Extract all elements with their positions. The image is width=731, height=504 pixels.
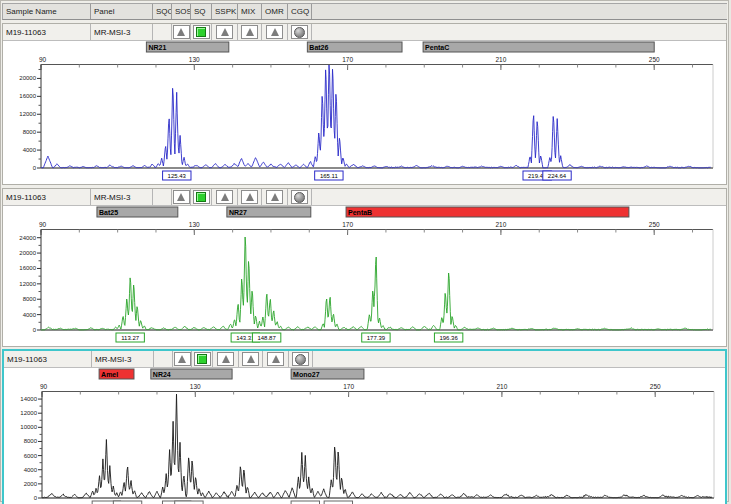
sample-name: M19-11063 xyxy=(3,189,91,205)
electropherogram-chart[interactable]: AmelNR24Mono2790130170210250020004000600… xyxy=(4,368,731,504)
column-header-panel[interactable]: Panel xyxy=(91,4,153,19)
triangle-icon xyxy=(272,355,280,363)
omr-flag-cell[interactable] xyxy=(262,189,288,205)
mix-flag-cell[interactable] xyxy=(239,351,263,367)
y-tick-label: 16000 xyxy=(19,265,36,271)
sample-electropherogram-block-1[interactable]: M19-11063 MR-MSI-3 NR21Bat26PentaC901301… xyxy=(2,23,727,185)
omr-flag-cell[interactable] xyxy=(263,351,289,367)
cgq-flag-cell[interactable] xyxy=(288,189,312,205)
sqo-flag-cell[interactable] xyxy=(153,24,172,40)
marker-bar-pentac[interactable]: PentaC xyxy=(423,42,654,52)
x-tick-label: 250 xyxy=(649,56,660,63)
cgq-flag-box[interactable] xyxy=(292,352,309,366)
sos-flag-cell[interactable] xyxy=(173,351,192,367)
sos-flag-box[interactable] xyxy=(173,25,190,39)
column-header-sq[interactable]: SQ xyxy=(191,4,212,19)
svg-text:165.11: 165.11 xyxy=(320,173,339,179)
column-header-cgq[interactable]: CGQ xyxy=(288,4,312,19)
marker-bar-pentab[interactable]: PentaB xyxy=(346,207,629,217)
column-header-sos[interactable]: SOS xyxy=(172,4,191,19)
column-header-sample-name[interactable]: Sample Name xyxy=(3,4,91,19)
peak-size-label[interactable]: 125.43 xyxy=(163,171,191,180)
svg-text:148.87: 148.87 xyxy=(257,335,276,341)
cgq-flag-cell[interactable] xyxy=(288,24,312,40)
sq-flag-box[interactable] xyxy=(194,352,211,366)
svg-text:224.64: 224.64 xyxy=(548,173,567,179)
peak-size-label[interactable]: 177.39 xyxy=(362,333,390,342)
sample-row[interactable]: M19-11063 MR-MSI-3 xyxy=(4,351,725,368)
marker-bar-nr24[interactable]: NR24 xyxy=(151,369,232,379)
mix-flag-box[interactable] xyxy=(241,25,258,39)
sq-flag-box[interactable] xyxy=(193,190,210,204)
y-tick-label: 4000 xyxy=(24,467,38,473)
marker-bar-bat25[interactable]: Bat25 xyxy=(97,207,178,217)
sspk-flag-box[interactable] xyxy=(216,190,233,204)
peak-size-label[interactable]: 224.64 xyxy=(543,171,571,180)
sspk-flag-box[interactable] xyxy=(217,352,234,366)
column-header-sqo[interactable]: SQO xyxy=(153,4,172,19)
y-tick-label: 10000 xyxy=(20,424,37,430)
sqo-flag-cell[interactable] xyxy=(154,351,173,367)
y-tick-label: 0 xyxy=(33,165,37,171)
marker-bar-nr27[interactable]: NR27 xyxy=(227,207,311,217)
peak-size-label[interactable]: 196.36 xyxy=(434,333,462,342)
omr-flag-box[interactable] xyxy=(267,352,284,366)
triangle-icon xyxy=(221,193,229,201)
sspk-flag-cell[interactable] xyxy=(213,351,239,367)
sample-row[interactable]: M19-11063 MR-MSI-3 xyxy=(3,24,726,41)
y-tick-label: 14000 xyxy=(20,396,37,402)
trace xyxy=(41,65,711,168)
electropherogram-chart[interactable]: NR21Bat26PentaC9013017021025004000800012… xyxy=(3,41,730,184)
electropherogram-chart[interactable]: Bat25NR27PentaB9013017021025004000800012… xyxy=(3,206,730,346)
peak-size-label[interactable]: 165.11 xyxy=(315,171,343,180)
sspk-flag-box[interactable] xyxy=(216,25,233,39)
y-tick-label: 12000 xyxy=(19,111,36,117)
cgq-flag-cell[interactable] xyxy=(289,351,313,367)
mix-flag-cell[interactable] xyxy=(238,24,262,40)
y-tick-label: 8000 xyxy=(24,438,38,444)
sample-row[interactable]: M19-11063 MR-MSI-3 xyxy=(3,189,726,206)
sspk-flag-cell[interactable] xyxy=(212,189,238,205)
x-tick-label: 170 xyxy=(342,221,353,228)
mix-flag-cell[interactable] xyxy=(238,189,262,205)
svg-text:177.39: 177.39 xyxy=(367,335,386,341)
column-header-sspk[interactable]: SSPK xyxy=(212,4,238,19)
column-header-omr[interactable]: OMR xyxy=(262,4,288,19)
marker-bar-amel[interactable]: Amel xyxy=(99,369,134,379)
marker-label: PentaC xyxy=(425,44,449,51)
omr-flag-box[interactable] xyxy=(266,25,283,39)
omr-flag-cell[interactable] xyxy=(262,24,288,40)
cgq-flag-box[interactable] xyxy=(291,190,308,204)
sq-flag-cell[interactable] xyxy=(191,189,212,205)
marker-bar-mono27[interactable]: Mono27 xyxy=(291,369,364,379)
y-tick-label: 2000 xyxy=(24,481,38,487)
marker-label: Bat26 xyxy=(309,44,328,51)
mix-flag-box[interactable] xyxy=(242,352,259,366)
peak-size-label[interactable]: 113.27 xyxy=(116,333,144,342)
sample-electropherogram-block-3[interactable]: M19-11063 MR-MSI-3 AmelNR24Mono279013017… xyxy=(2,349,727,504)
y-tick-label: 4000 xyxy=(23,147,37,153)
sos-flag-box[interactable] xyxy=(173,190,190,204)
sq-flag-cell[interactable] xyxy=(191,24,212,40)
triangle-icon xyxy=(177,28,185,36)
peak-size-label[interactable]: 148.87 xyxy=(252,333,280,342)
sos-flag-cell[interactable] xyxy=(172,24,191,40)
marker-bar-nr21[interactable]: NR21 xyxy=(146,42,228,52)
marker-bar-bat26[interactable]: Bat26 xyxy=(307,42,402,52)
x-tick-label: 130 xyxy=(189,56,200,63)
sqo-flag-cell[interactable] xyxy=(153,189,172,205)
cgq-flag-box[interactable] xyxy=(291,25,308,39)
mix-flag-box[interactable] xyxy=(241,190,258,204)
sq-flag-box[interactable] xyxy=(193,25,210,39)
sample-electropherogram-block-2[interactable]: M19-11063 MR-MSI-3 Bat25NR27PentaB901301… xyxy=(2,188,727,347)
omr-flag-box[interactable] xyxy=(266,190,283,204)
x-tick-label: 90 xyxy=(39,221,47,228)
circle-icon xyxy=(294,27,305,38)
y-tick-label: 12000 xyxy=(20,410,37,416)
sspk-flag-cell[interactable] xyxy=(212,24,238,40)
sos-flag-box[interactable] xyxy=(174,352,191,366)
column-header-mix[interactable]: MIX xyxy=(238,4,262,19)
sos-flag-cell[interactable] xyxy=(172,189,191,205)
sq-flag-cell[interactable] xyxy=(192,351,213,367)
y-tick-label: 24000 xyxy=(19,235,36,241)
